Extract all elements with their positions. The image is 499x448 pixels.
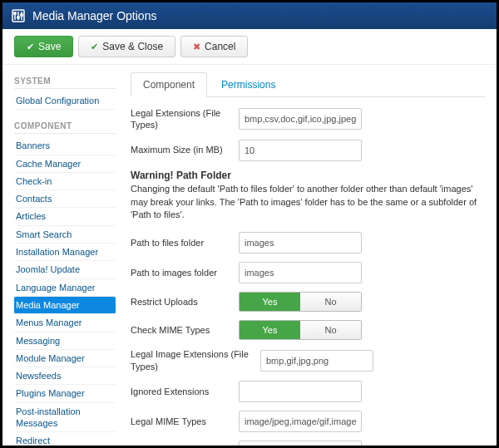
input-max-size[interactable] (239, 140, 362, 161)
input-path-files[interactable] (239, 232, 362, 254)
sidebar-item-newsfeeds[interactable]: Newsfeeds (14, 367, 116, 385)
sidebar-heading-system: SYSTEM (14, 76, 116, 89)
check-icon: ✔ (91, 42, 98, 52)
sidebar-item-global-configuration[interactable]: Global Configuration (14, 92, 116, 110)
warning-title: Warning! Path Folder (131, 170, 485, 181)
toggle-restrict-uploads[interactable]: Yes No (239, 292, 362, 312)
sidebar-item-module-manager[interactable]: Module Manager (14, 350, 116, 367)
sidebar-item-plugins-manager[interactable]: Plugins Manager (14, 385, 116, 402)
sidebar-item-joomla-update[interactable]: Joomla! Update (14, 261, 116, 278)
label-path-images: Path to images folder (131, 267, 239, 278)
input-ignored-ext[interactable] (239, 381, 362, 402)
input-legal-image-ext[interactable] (260, 350, 373, 372)
tab-permissions[interactable]: Permissions (209, 72, 288, 97)
warning-block: Warning! Path Folder Changing the defaul… (131, 170, 485, 223)
svg-rect-4 (14, 12, 16, 14)
label-legal-mime: Legal MIME Types (131, 416, 239, 427)
input-legal-mime[interactable] (239, 411, 362, 432)
sidebar-item-check-in[interactable]: Check-in (14, 173, 116, 190)
cancel-button-label: Cancel (205, 41, 235, 52)
svg-rect-6 (21, 14, 22, 16)
cancel-button[interactable]: ✖ Cancel (180, 36, 248, 57)
toggle-check-mime[interactable]: Yes No (239, 320, 362, 340)
equalizer-icon (11, 8, 26, 23)
save-close-button[interactable]: ✔ Save & Close (78, 36, 175, 57)
toggle-check-mime-yes[interactable]: Yes (240, 321, 300, 339)
tab-component[interactable]: Component (131, 72, 207, 97)
sidebar-list-system: Global Configuration (14, 92, 116, 110)
label-max-size: Maximum Size (in MB) (131, 144, 239, 155)
label-legal-extensions: Legal Extensions (File Types) (131, 107, 239, 131)
sidebar-item-articles[interactable]: Articles (14, 208, 116, 225)
sidebar-item-banners[interactable]: Banners (14, 137, 116, 155)
sidebar-item-messaging[interactable]: Messaging (14, 332, 116, 350)
toggle-check-mime-no[interactable]: No (300, 321, 361, 339)
label-check-mime: Check MIME Types (131, 324, 239, 336)
page-title: Media Manager Options (32, 9, 156, 22)
main-panel: Component Permissions Legal Extensions (… (131, 71, 485, 448)
label-legal-image-ext: Legal Image Extensions (File Types) (131, 348, 260, 372)
label-path-files: Path to files folder (131, 237, 239, 249)
sidebar: SYSTEM Global Configuration COMPONENT Ba… (14, 71, 116, 448)
sidebar-item-language-manager[interactable]: Language Manager (14, 279, 116, 297)
check-icon: ✔ (27, 42, 34, 52)
input-illegal-mime[interactable] (239, 441, 362, 448)
sidebar-item-contacts[interactable]: Contacts (14, 190, 116, 208)
toolbar: ✔ Save ✔ Save & Close ✖ Cancel (2, 29, 497, 65)
warning-text: Changing the default 'Path to files fold… (131, 183, 485, 223)
svg-rect-5 (17, 17, 19, 18)
sidebar-heading-component: COMPONENT (14, 121, 116, 134)
sidebar-item-post-installation-messages[interactable]: Post-installation Messages (14, 403, 116, 433)
sidebar-item-media-manager[interactable]: Media Manager (14, 297, 116, 314)
input-legal-extensions[interactable] (239, 108, 362, 130)
label-restrict-uploads: Restrict Uploads (131, 296, 239, 308)
save-close-button-label: Save & Close (102, 41, 163, 52)
save-button[interactable]: ✔ Save (14, 36, 73, 57)
sidebar-item-smart-search[interactable]: Smart Search (14, 226, 116, 244)
label-ignored-ext: Ignored Extensions (131, 386, 239, 397)
toggle-restrict-uploads-yes[interactable]: Yes (240, 293, 300, 311)
page-header: Media Manager Options (2, 2, 497, 29)
input-path-images[interactable] (239, 262, 362, 283)
sidebar-list-component: Banners Cache Manager Check-in Contacts … (14, 137, 116, 448)
sidebar-item-cache-manager[interactable]: Cache Manager (14, 155, 116, 173)
save-button-label: Save (38, 41, 61, 52)
toggle-restrict-uploads-no[interactable]: No (300, 293, 361, 311)
sidebar-item-installation-manager[interactable]: Installation Manager (14, 244, 116, 261)
sidebar-item-menus-manager[interactable]: Menus Manager (14, 314, 116, 332)
cancel-icon: ✖ (193, 42, 200, 52)
tabs: Component Permissions (131, 71, 485, 97)
sidebar-item-redirect[interactable]: Redirect (14, 432, 116, 448)
